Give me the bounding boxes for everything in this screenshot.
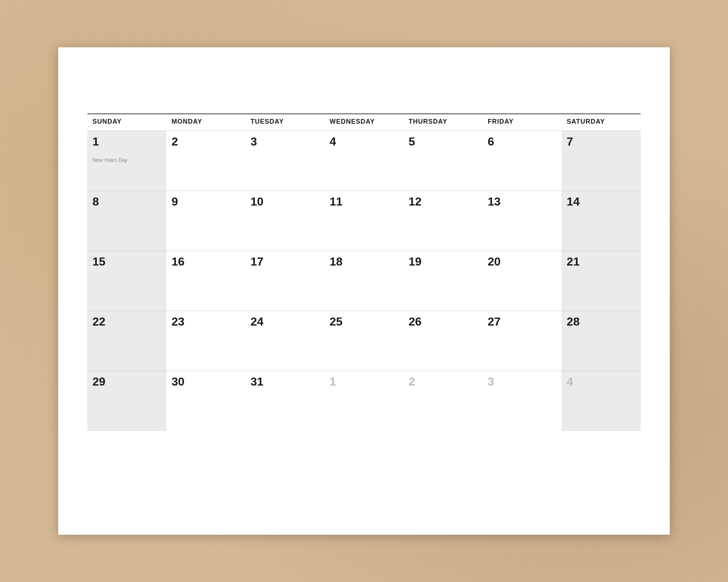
- date-number: 24: [250, 315, 264, 328]
- calendar-cell-2-5: 20: [483, 251, 562, 311]
- day-header-tuesday: TUESDAY: [245, 114, 324, 131]
- date-number: 27: [488, 315, 501, 328]
- calendar-week-3: 15161718192021: [87, 251, 641, 311]
- calendar-cell-1-1: 9: [166, 191, 245, 251]
- day-header-thursday: THURSDAY: [404, 114, 483, 131]
- calendar-page: SUNDAYMONDAYTUESDAYWEDNESDAYTHURSDAYFRID…: [58, 47, 670, 535]
- date-number: 28: [567, 315, 580, 328]
- date-number: 10: [250, 195, 264, 208]
- date-number: 16: [171, 255, 185, 268]
- date-number: 1: [92, 135, 99, 148]
- date-number: 4: [567, 375, 573, 388]
- calendar-cell-4-0: 29: [87, 371, 166, 431]
- date-number: 12: [409, 195, 422, 208]
- date-number: 3: [250, 135, 257, 148]
- calendar-cell-0-4: 5: [404, 131, 483, 191]
- date-number: 31: [250, 375, 264, 388]
- day-header-monday: MONDAY: [166, 114, 245, 131]
- calendar-cell-3-6: 28: [562, 311, 641, 371]
- calendar-cell-2-0: 15: [87, 251, 166, 311]
- calendar-week-1: 1New Years Day234567: [87, 131, 641, 191]
- calendar-cell-0-5: 6: [483, 131, 562, 191]
- date-number: 17: [250, 255, 264, 268]
- calendar-cell-4-5: 3: [483, 371, 562, 431]
- calendar-cell-4-2: 31: [245, 371, 324, 431]
- date-number: 9: [171, 195, 178, 208]
- day-header-friday: FRIDAY: [483, 114, 562, 131]
- date-number: 1: [329, 375, 336, 388]
- calendar-cell-4-3: 1: [324, 371, 403, 431]
- calendar-cell-4-6: 4: [562, 371, 641, 431]
- day-header-wednesday: WEDNESDAY: [324, 114, 403, 131]
- date-number: 29: [92, 375, 106, 388]
- day-header-sunday: SUNDAY: [87, 114, 166, 131]
- calendar-cell-1-5: 13: [483, 191, 562, 251]
- calendar-cell-2-1: 16: [166, 251, 245, 311]
- date-number: 2: [171, 135, 178, 148]
- date-number: 8: [92, 195, 99, 208]
- calendar-cell-0-1: 2: [166, 131, 245, 191]
- calendar-cell-4-1: 30: [166, 371, 245, 431]
- calendar-week-5: 2930311234: [87, 371, 641, 431]
- calendar-cell-1-6: 14: [562, 191, 641, 251]
- date-number: 15: [92, 255, 106, 268]
- date-number: 7: [567, 135, 573, 148]
- date-number: 22: [92, 315, 106, 328]
- date-number: 26: [409, 315, 422, 328]
- day-header-saturday: SATURDAY: [562, 114, 641, 131]
- date-number: 18: [329, 255, 343, 268]
- days-header-row: SUNDAYMONDAYTUESDAYWEDNESDAYTHURSDAYFRID…: [87, 114, 641, 131]
- date-number: 14: [567, 195, 580, 208]
- date-number: 21: [567, 255, 580, 268]
- calendar-grid: SUNDAYMONDAYTUESDAYWEDNESDAYTHURSDAYFRID…: [87, 113, 641, 431]
- date-number: 5: [409, 135, 415, 148]
- calendar-week-4: 22232425262728: [87, 311, 641, 371]
- date-number: 6: [488, 135, 494, 148]
- calendar-cell-3-0: 22: [87, 311, 166, 371]
- calendar-cell-2-6: 21: [562, 251, 641, 311]
- calendar-cell-4-4: 2: [404, 371, 483, 431]
- calendar-cell-3-4: 26: [404, 311, 483, 371]
- calendar-cell-0-0: 1New Years Day: [87, 131, 166, 191]
- calendar-cell-0-6: 7: [562, 131, 641, 191]
- calendar-cell-0-2: 3: [245, 131, 324, 191]
- date-number: 13: [488, 195, 501, 208]
- calendar-cell-2-2: 17: [245, 251, 324, 311]
- holiday-label: New Years Day: [92, 157, 161, 163]
- calendar-cell-3-3: 25: [324, 311, 403, 371]
- calendar-cell-3-5: 27: [483, 311, 562, 371]
- calendar-cell-2-3: 18: [324, 251, 403, 311]
- date-number: 20: [488, 255, 501, 268]
- date-number: 23: [171, 315, 185, 328]
- calendar-cell-1-3: 11: [324, 191, 403, 251]
- date-number: 11: [329, 195, 343, 208]
- date-number: 2: [409, 375, 415, 388]
- date-number: 4: [329, 135, 336, 148]
- calendar-cell-1-0: 8: [87, 191, 166, 251]
- date-number: 19: [409, 255, 422, 268]
- calendar-cell-2-4: 19: [404, 251, 483, 311]
- calendar-cell-1-4: 12: [404, 191, 483, 251]
- calendar-cell-3-1: 23: [166, 311, 245, 371]
- calendar-cell-1-2: 10: [245, 191, 324, 251]
- calendar-title: [87, 69, 641, 99]
- calendar-cell-0-3: 4: [324, 131, 403, 191]
- date-number: 30: [171, 375, 185, 388]
- calendar-week-2: 891011121314: [87, 191, 641, 251]
- date-number: 3: [488, 375, 494, 388]
- calendar-cell-3-2: 24: [245, 311, 324, 371]
- date-number: 25: [329, 315, 343, 328]
